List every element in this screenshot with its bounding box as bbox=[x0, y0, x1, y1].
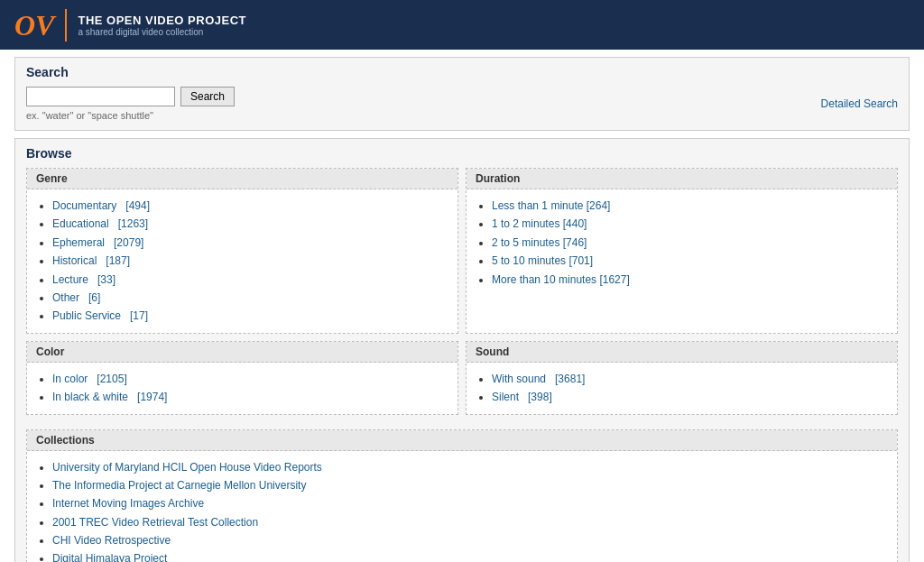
genre-documentary[interactable]: Documentary [494] bbox=[52, 199, 150, 212]
collection-informedia[interactable]: The Informedia Project at Carnegie Mello… bbox=[52, 479, 306, 492]
list-item: Historical [187] bbox=[52, 252, 448, 270]
duration-gt10min[interactable]: More than 10 minutes [1627] bbox=[492, 273, 630, 286]
list-item: Documentary [494] bbox=[52, 197, 448, 215]
color-card: Color In color [2105] In black & white [… bbox=[26, 341, 458, 415]
search-input[interactable] bbox=[26, 87, 175, 106]
search-left: Search ex. "water" or "space shuttle" bbox=[26, 87, 235, 121]
list-item: The Informedia Project at Carnegie Mello… bbox=[52, 476, 888, 494]
collection-chi[interactable]: CHI Video Retrospective bbox=[52, 534, 171, 547]
duration-list: Less than 1 minute [264] 1 to 2 minutes … bbox=[476, 197, 888, 289]
list-item: 2001 TREC Video Retrieval Test Collectio… bbox=[52, 513, 888, 531]
sound-card: Sound With sound [3681] Silent [398] bbox=[466, 341, 898, 415]
collection-himalaya[interactable]: Digital Himalaya Project bbox=[52, 552, 167, 562]
list-item: Silent [398] bbox=[492, 388, 888, 406]
logo-text-block: THE OPEN VIDEO PROJECT a shared digital … bbox=[78, 14, 246, 37]
list-item: Ephemeral [2079] bbox=[52, 234, 448, 252]
genre-list: Documentary [494] Educational [1263] Eph… bbox=[36, 197, 448, 326]
search-row: Search ex. "water" or "space shuttle" De… bbox=[26, 87, 898, 121]
list-item: Digital Himalaya Project bbox=[52, 549, 888, 562]
collection-internet-moving[interactable]: Internet Moving Images Archive bbox=[52, 497, 204, 510]
browse-section: Browse Genre Documentary [494] Education… bbox=[14, 138, 910, 562]
logo-divider bbox=[65, 9, 67, 41]
duration-card: Duration Less than 1 minute [264] 1 to 2… bbox=[466, 168, 898, 334]
list-item: With sound [3681] bbox=[492, 370, 888, 388]
search-heading: Search bbox=[26, 65, 898, 79]
list-item: 1 to 2 minutes [440] bbox=[492, 215, 888, 233]
sound-silent[interactable]: Silent [398] bbox=[492, 391, 552, 403]
collections-list: University of Maryland HCIL Open House V… bbox=[36, 458, 888, 562]
list-item: Educational [1263] bbox=[52, 215, 448, 233]
genre-title: Genre bbox=[27, 169, 457, 189]
list-item: Internet Moving Images Archive bbox=[52, 494, 888, 512]
genre-lecture[interactable]: Lecture [33] bbox=[52, 273, 116, 286]
color-black-white[interactable]: In black & white [1974] bbox=[52, 391, 167, 403]
list-item: In black & white [1974] bbox=[52, 388, 448, 406]
list-item: Less than 1 minute [264] bbox=[492, 197, 888, 215]
list-item: 2 to 5 minutes [746] bbox=[492, 234, 888, 252]
list-item: Public Service [17] bbox=[52, 307, 448, 325]
collection-trec[interactable]: 2001 TREC Video Retrieval Test Collectio… bbox=[52, 516, 258, 529]
list-item: CHI Video Retrospective bbox=[52, 531, 888, 549]
sound-with-sound[interactable]: With sound [3681] bbox=[492, 373, 585, 385]
list-item: 5 to 10 minutes [701] bbox=[492, 252, 888, 270]
sound-list: With sound [3681] Silent [398] bbox=[476, 370, 888, 407]
main-content: Search Search ex. "water" or "space shut… bbox=[0, 50, 924, 562]
duration-title: Duration bbox=[467, 169, 897, 189]
detailed-search-link[interactable]: Detailed Search bbox=[821, 97, 898, 110]
list-item: More than 10 minutes [1627] bbox=[492, 271, 888, 289]
duration-2to5min[interactable]: 2 to 5 minutes [746] bbox=[492, 236, 587, 249]
collection-umd[interactable]: University of Maryland HCIL Open House V… bbox=[52, 461, 322, 474]
list-item: Lecture [33] bbox=[52, 271, 448, 289]
logo-title: THE OPEN VIDEO PROJECT bbox=[78, 14, 246, 27]
search-example: ex. "water" or "space shuttle" bbox=[26, 110, 235, 121]
duration-5to10min[interactable]: 5 to 10 minutes [701] bbox=[492, 254, 593, 267]
genre-card: Genre Documentary [494] Educational [126… bbox=[26, 168, 458, 334]
browse-heading: Browse bbox=[26, 146, 898, 161]
color-title: Color bbox=[27, 342, 457, 363]
color-list: In color [2105] In black & white [1974] bbox=[36, 370, 448, 407]
list-item: University of Maryland HCIL Open House V… bbox=[52, 458, 888, 476]
genre-public-service[interactable]: Public Service [17] bbox=[52, 309, 148, 322]
sound-title: Sound bbox=[467, 342, 897, 363]
collections-title: Collections bbox=[27, 430, 897, 451]
genre-other[interactable]: Other [6] bbox=[52, 291, 100, 304]
search-section: Search Search ex. "water" or "space shut… bbox=[14, 57, 910, 131]
browse-grid: Genre Documentary [494] Educational [126… bbox=[26, 168, 898, 562]
search-input-row: Search bbox=[26, 87, 235, 106]
color-in-color[interactable]: In color [2105] bbox=[52, 373, 127, 385]
genre-ephemeral[interactable]: Ephemeral [2079] bbox=[52, 236, 143, 249]
duration-lt1min[interactable]: Less than 1 minute [264] bbox=[492, 199, 610, 212]
search-button[interactable]: Search bbox=[180, 87, 235, 106]
genre-educational[interactable]: Educational [1263] bbox=[52, 217, 148, 230]
list-item: Other [6] bbox=[52, 289, 448, 307]
logo-ov-text: OV bbox=[14, 11, 54, 40]
site-header: OV THE OPEN VIDEO PROJECT a shared digit… bbox=[0, 0, 924, 50]
list-item: In color [2105] bbox=[52, 370, 448, 388]
logo-subtitle: a shared digital video collection bbox=[78, 27, 246, 37]
collections-card: Collections University of Maryland HCIL … bbox=[26, 429, 898, 562]
duration-1to2min[interactable]: 1 to 2 minutes [440] bbox=[492, 217, 587, 230]
genre-historical[interactable]: Historical [187] bbox=[52, 254, 130, 267]
